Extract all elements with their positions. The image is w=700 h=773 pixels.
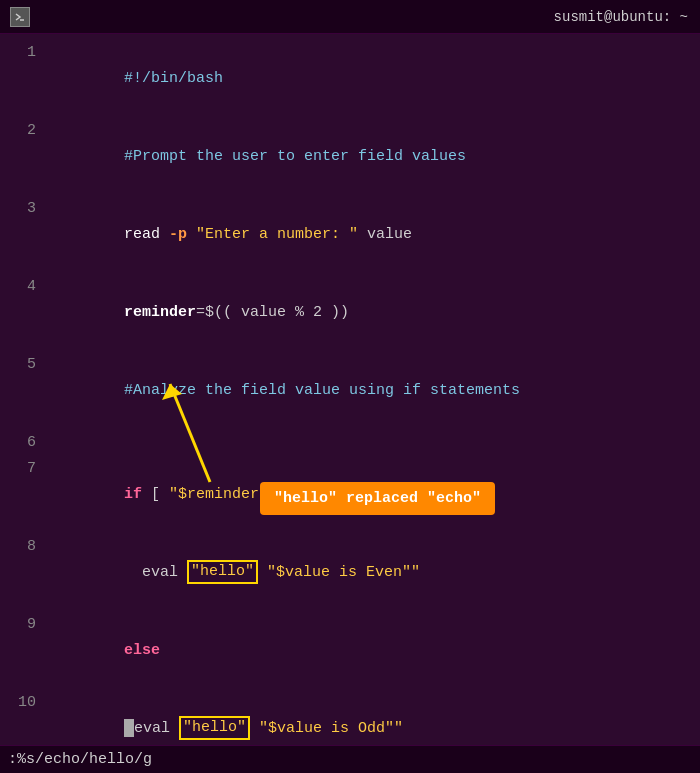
comment: #Analyze the field value using if statem… — [124, 382, 520, 399]
varname: value — [358, 226, 412, 243]
title-text: susmit@ubuntu: ~ — [554, 9, 688, 25]
code-line-3: 3 read -p "Enter a number: " value — [0, 196, 700, 274]
shebang: #!/bin/bash — [124, 70, 223, 87]
eq: = — [268, 486, 295, 503]
varname-bold: reminder — [124, 304, 196, 321]
line-number: 3 — [8, 196, 36, 222]
string: "$value is Odd"" — [250, 720, 403, 737]
line-number: 8 — [8, 534, 36, 560]
string: "0" — [295, 486, 322, 503]
code-line-8: 8 eval "hello" "$value is Even"" — [0, 534, 700, 612]
bracket: ]; — [322, 486, 358, 503]
keyword-if: if — [124, 486, 142, 503]
line-content: #Analyze the field value using if statem… — [52, 352, 520, 430]
hello-highlight-2: "hello" — [179, 716, 250, 740]
line-number: 5 — [8, 352, 36, 378]
line-content: else — [52, 612, 160, 690]
line-number: 9 — [8, 612, 36, 638]
editor-area: 1 #!/bin/bash 2 #Prompt the user to ente… — [0, 34, 700, 745]
comment: #Prompt the user to enter field values — [124, 148, 466, 165]
code-line-2: 2 #Prompt the user to enter field values — [0, 118, 700, 196]
line-content: if [ "$reminder" = "0" ]; then — [52, 456, 394, 534]
line-content: eval "hello" "$value is Odd"" — [52, 690, 403, 745]
indent: eval — [124, 564, 187, 581]
line-number: 4 — [8, 274, 36, 300]
flag: -p — [169, 226, 187, 243]
line-number: 6 — [8, 430, 36, 456]
line-number: 10 — [8, 690, 36, 716]
string: "$reminder" — [169, 486, 268, 503]
status-bar: :%s/echo/hello/g — [0, 745, 700, 773]
code-line-6: 6 — [0, 430, 700, 456]
code-line-9: 9 else — [0, 612, 700, 690]
line-content: #Prompt the user to enter field values — [52, 118, 466, 196]
title-bar: susmit@ubuntu: ~ — [0, 0, 700, 34]
line-content: reminder=$(( value % 2 )) — [52, 274, 349, 352]
line-content: #!/bin/bash — [52, 40, 223, 118]
keyword-else: else — [124, 642, 160, 659]
assign: =$(( value % 2 )) — [196, 304, 349, 321]
terminal-icon — [10, 7, 30, 27]
code-line-7: 7 if [ "$reminder" = "0" ]; then — [0, 456, 700, 534]
space — [187, 226, 196, 243]
line-content: read -p "Enter a number: " value — [52, 196, 412, 274]
terminal-window: susmit@ubuntu: ~ 1 #!/bin/bash 2 #Prompt… — [0, 0, 700, 773]
code-line-4: 4 reminder=$(( value % 2 )) — [0, 274, 700, 352]
status-text: :%s/echo/hello/g — [8, 751, 152, 768]
cursor-block — [124, 719, 134, 737]
string: "Enter a number: " — [196, 226, 358, 243]
code-line-5: 5 #Analyze the field value using if stat… — [0, 352, 700, 430]
space: [ — [142, 486, 169, 503]
code-line-1: 1 #!/bin/bash — [0, 40, 700, 118]
code-line-10: 10 eval "hello" "$value is Odd"" — [0, 690, 700, 745]
hello-highlight-1: "hello" — [187, 560, 258, 584]
line-number: 1 — [8, 40, 36, 66]
line-number: 7 — [8, 456, 36, 482]
keyword-then: then — [358, 486, 394, 503]
line-number: 2 — [8, 118, 36, 144]
cmd-read: read — [124, 226, 169, 243]
eval-cmd: eval — [134, 720, 179, 737]
string: "$value is Even"" — [258, 564, 420, 581]
line-content: eval "hello" "$value is Even"" — [52, 534, 420, 612]
